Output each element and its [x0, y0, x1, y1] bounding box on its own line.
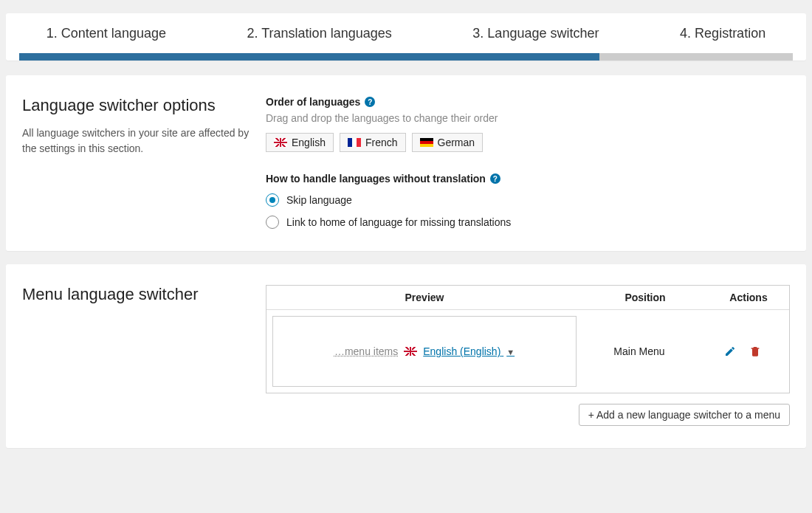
wizard-panel: 1. Content language 2. Translation langu… [6, 13, 806, 61]
wizard-steps: 1. Content language 2. Translation langu… [6, 13, 806, 53]
wizard-step-4[interactable]: 4. Registration [680, 26, 765, 41]
menu-switcher-table-head: Preview Position Actions [266, 286, 789, 310]
wizard-progress-fill [19, 53, 599, 61]
col-actions: Actions [708, 292, 789, 303]
edit-icon[interactable] [724, 345, 736, 357]
switcher-options-heading: Language switcher options [22, 96, 251, 115]
trash-icon[interactable] [749, 345, 761, 357]
flag-de-icon [420, 138, 433, 147]
col-preview: Preview [266, 292, 582, 303]
wizard-progress-track [19, 53, 793, 61]
language-chip-label: French [365, 137, 398, 148]
flag-uk-icon [274, 138, 287, 147]
actions-cell [702, 345, 783, 357]
switcher-options-panel: Language switcher options All language s… [6, 75, 806, 251]
menu-switcher-table: Preview Position Actions …menu items Eng… [266, 285, 790, 393]
language-chip-english[interactable]: English [266, 133, 334, 152]
language-chip-german[interactable]: German [412, 133, 484, 152]
position-cell: Main Menu [577, 345, 702, 357]
order-hint: Drag and drop the languages to change th… [266, 112, 790, 124]
radio-icon[interactable] [266, 193, 279, 207]
col-position: Position [582, 292, 708, 303]
wizard-step-3[interactable]: 3. Language switcher [472, 26, 599, 41]
wizard-step-1[interactable]: 1. Content language [47, 26, 166, 41]
current-language-label: English (English) [423, 345, 500, 357]
order-of-languages-label: Order of languages [266, 96, 360, 108]
language-chip-french[interactable]: French [340, 133, 406, 152]
help-icon[interactable]: ? [490, 173, 500, 184]
switcher-options-description: All language switchers in your site are … [22, 125, 251, 156]
missing-translation-label: How to handle languages without translat… [266, 173, 486, 185]
radio-label: Link to home of language for missing tra… [286, 216, 511, 228]
menu-switcher-row: …menu items English (English) ▼ Main Men… [272, 316, 783, 387]
add-language-switcher-button[interactable]: + Add a new language switcher to a menu [579, 404, 790, 426]
help-icon[interactable]: ? [365, 97, 375, 107]
radio-icon[interactable] [266, 216, 279, 229]
flag-uk-icon [404, 347, 417, 356]
menu-switcher-panel: Menu language switcher Preview Position … [6, 264, 806, 448]
language-chip-label: English [292, 137, 326, 148]
chevron-down-icon: ▼ [506, 348, 515, 357]
language-chip-label: German [438, 137, 475, 148]
wizard-step-2[interactable]: 2. Translation languages [247, 26, 392, 41]
flag-fr-icon [348, 138, 361, 147]
current-language-dropdown[interactable]: English (English) ▼ [423, 345, 515, 357]
preview-box: …menu items English (English) ▼ [272, 316, 577, 387]
language-order-list: English French German [266, 133, 790, 152]
menu-items-placeholder: …menu items [334, 345, 398, 357]
menu-switcher-heading: Menu language switcher [22, 285, 251, 304]
missing-option-skip[interactable]: Skip language [266, 193, 790, 207]
radio-label: Skip language [286, 194, 352, 206]
missing-option-home[interactable]: Link to home of language for missing tra… [266, 216, 790, 229]
